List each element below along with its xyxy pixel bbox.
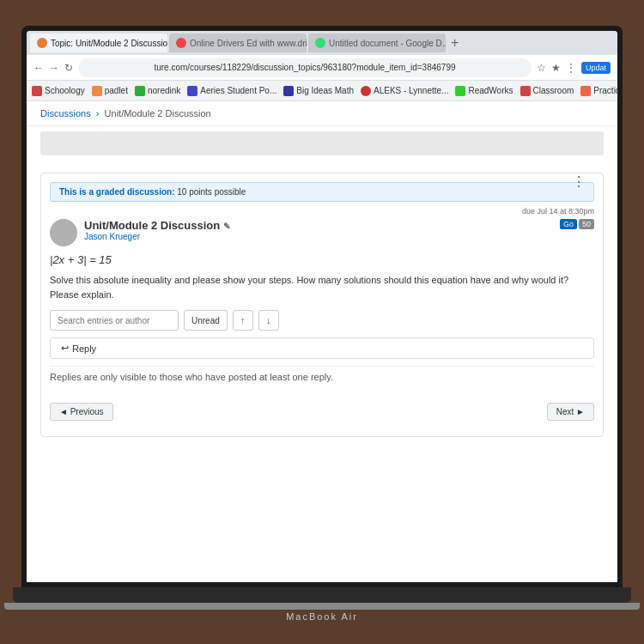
page-content: Discussions › Unit/Module 2 Discussion ⋮… <box>27 101 617 582</box>
bookmark-classroom[interactable]: Classroom <box>520 86 574 96</box>
bookmark-label-practice: Practice Activities... <box>593 86 617 95</box>
discussion-area: ⋮ This is a graded discussion: 10 points… <box>27 161 617 449</box>
macbook-label: MacBook Air <box>286 611 358 622</box>
tab-icon-1 <box>37 38 47 48</box>
bookmark-aeries[interactable]: Aeries Student Po... <box>187 86 276 96</box>
badge-points: 50 <box>579 219 594 229</box>
avatar <box>50 219 77 246</box>
bookmark-schoology[interactable]: Schoology <box>32 86 85 96</box>
update-button[interactable]: Updat <box>581 62 611 74</box>
bookmark-label-noredink: noredink <box>148 86 180 95</box>
tab-inactive-1[interactable]: Online Drivers Ed with www.dri ✕ <box>169 33 307 52</box>
three-dot-menu[interactable]: ⋮ <box>572 173 586 190</box>
reload-icon[interactable]: ↻ <box>64 62 73 74</box>
tab-icon-2 <box>176 38 186 48</box>
reply-label: Reply <box>72 343 96 354</box>
extension-icon[interactable]: ★ <box>551 62 561 74</box>
graded-banner: This is a graded discussion: 10 points p… <box>50 182 594 202</box>
bookmark-label-classroom: Classroom <box>533 86 574 95</box>
bookmark-padlet[interactable]: padlet <box>92 86 128 96</box>
new-tab-button[interactable]: + <box>447 35 462 51</box>
browser-window: Topic: Unit/Module 2 Discussio ✕ Online … <box>27 31 617 582</box>
classroom-icon <box>520 86 531 96</box>
laptop-screen: Topic: Unit/Module 2 Discussio ✕ Online … <box>21 26 623 587</box>
discussion-title-area: Unit/Module 2 Discussion ✎ Jason Krueger <box>84 219 230 241</box>
search-entries-input[interactable] <box>50 310 179 331</box>
bookmark-noredink[interactable]: noredink <box>135 86 180 96</box>
forward-icon[interactable]: → <box>49 62 59 74</box>
aleks-icon <box>361 86 371 96</box>
unread-button[interactable]: Unread <box>184 310 228 331</box>
tab-inactive-2[interactable]: Untitled document - Google D... ✕ <box>308 33 446 52</box>
go-badge-area: Go 50 <box>560 219 594 229</box>
bookmark-aleks[interactable]: ALEKS - Lynnette... <box>361 86 448 96</box>
graded-label: This is a graded discussion: <box>59 187 174 197</box>
bookmark-label-bigideas: Big Ideas Math <box>296 86 354 95</box>
bookmark-practice[interactable]: Practice Activities... <box>580 86 617 96</box>
due-date: due Jul 14 at 8:30pm <box>50 207 594 216</box>
readworks-icon <box>455 86 465 96</box>
hero-image-area <box>40 131 604 155</box>
bookmark-label-padlet: padlet <box>105 86 128 95</box>
tab-label-2: Online Drivers Ed with www.dri <box>190 39 307 48</box>
bookmark-label-aeries: Aeries Student Po... <box>200 86 276 95</box>
tab-icon-3 <box>315 38 325 48</box>
discussion-author[interactable]: Jason Krueger <box>84 232 230 241</box>
replies-notice: Replies are only visible to those who ha… <box>50 366 594 387</box>
bigideas-icon <box>283 86 294 96</box>
bookmark-readworks[interactable]: ReadWorks <box>455 86 513 96</box>
noredink-icon <box>135 86 145 96</box>
reply-arrow-icon: ↩ <box>61 343 69 354</box>
aeries-icon <box>187 86 197 96</box>
tab-label-3: Untitled document - Google D... <box>329 39 446 48</box>
search-filter-bar: Unread ↑ ↓ <box>50 310 594 331</box>
bookmark-label-aleks: ALEKS - Lynnette... <box>374 86 448 95</box>
discussion-header: Unit/Module 2 Discussion ✎ Jason Krueger… <box>50 219 594 246</box>
laptop-base <box>13 587 631 603</box>
schoology-icon <box>32 86 42 96</box>
discussion-title-text: Unit/Module 2 Discussion <box>84 219 220 232</box>
reply-button[interactable]: ↩ Reply <box>50 337 594 359</box>
graded-points: 10 points possible <box>177 187 246 197</box>
back-icon[interactable]: ← <box>33 62 44 74</box>
bookmark-bigideas[interactable]: Big Ideas Math <box>283 86 354 96</box>
bookmark-label-readworks: ReadWorks <box>468 86 513 95</box>
tab-bar: Topic: Unit/Module 2 Discussio ✕ Online … <box>27 31 617 55</box>
padlet-icon <box>92 86 102 96</box>
discussion-wrapper: ⋮ This is a graded discussion: 10 points… <box>40 173 604 437</box>
breadcrumb-discussions-link[interactable]: Discussions <box>40 108 91 118</box>
address-bar: ← → ↻ ☆ ★ ⋮ Updat <box>27 55 617 81</box>
pagination: ◄ Previous Next ► <box>50 396 594 428</box>
bookmarks-bar: Schoology padlet noredink Aeries Student… <box>27 81 617 101</box>
practice-icon <box>580 86 591 96</box>
address-input[interactable] <box>78 58 532 77</box>
laptop-chin <box>4 603 640 610</box>
badge-go: Go <box>560 219 577 229</box>
tab-label-1: Topic: Unit/Module 2 Discussio <box>51 39 167 48</box>
sort-asc-button[interactable]: ↑ <box>233 310 253 331</box>
tab-active[interactable]: Topic: Unit/Module 2 Discussio ✕ <box>30 33 167 52</box>
bookmark-star-icon[interactable]: ☆ <box>537 62 546 74</box>
breadcrumb-current: Unit/Module 2 Discussion <box>105 108 211 118</box>
math-equation: |2x + 3| = 15 <box>50 253 594 266</box>
previous-button[interactable]: ◄ Previous <box>50 403 113 421</box>
discussion-title: Unit/Module 2 Discussion ✎ <box>84 219 230 232</box>
menu-icon[interactable]: ⋮ <box>566 62 576 74</box>
sort-desc-button[interactable]: ↓ <box>258 310 279 331</box>
next-button[interactable]: Next ► <box>547 403 594 421</box>
pencil-icon: ✎ <box>223 222 230 231</box>
breadcrumb: Discussions › Unit/Module 2 Discussion <box>27 101 617 126</box>
bookmark-label-schoology: Schoology <box>45 86 85 95</box>
problem-text: Solve this absolute inequality and pleas… <box>50 273 594 301</box>
